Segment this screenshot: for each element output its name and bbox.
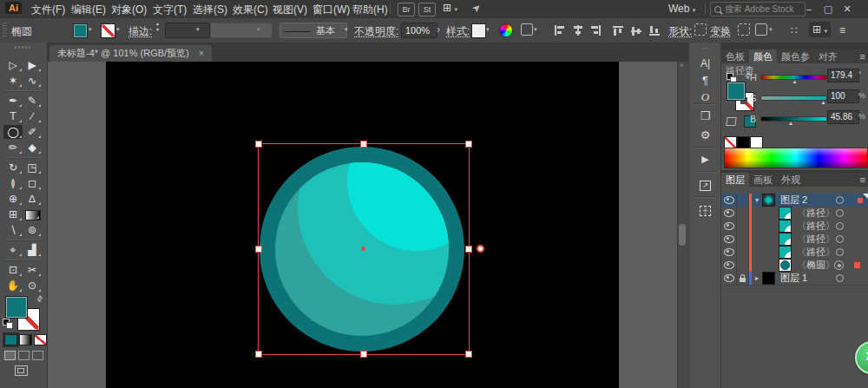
- bridge-button[interactable]: Br: [398, 3, 415, 16]
- target-icon-double[interactable]: [834, 260, 844, 270]
- magic-wand-tool[interactable]: ✶: [3, 74, 23, 88]
- ellipse-thumbnail[interactable]: [779, 259, 792, 272]
- stock-button[interactable]: St: [418, 3, 436, 16]
- isolate-selection-icon[interactable]: [755, 23, 767, 36]
- expand-icon[interactable]: ▾: [752, 196, 762, 204]
- stroke-color-swatch[interactable]: [101, 23, 115, 38]
- none-mode-button[interactable]: [34, 334, 47, 345]
- curvature-tool[interactable]: ✎: [23, 94, 42, 108]
- workspace-switcher[interactable]: Web ▾: [665, 3, 699, 15]
- eraser-tool[interactable]: ◆: [23, 141, 42, 155]
- rotate-tool[interactable]: ↻: [3, 161, 23, 174]
- lock-icon[interactable]: [740, 278, 746, 282]
- gpu-performance-icon[interactable]: ➤: [467, 0, 487, 17]
- handle-middle-left[interactable]: [255, 246, 262, 253]
- handle-top-center[interactable]: [360, 141, 367, 148]
- menu-select[interactable]: 选择(S): [189, 3, 231, 17]
- live-shape-widget[interactable]: [477, 245, 484, 253]
- draw-normal-button[interactable]: [4, 351, 16, 360]
- layer-name[interactable]: 图层 1: [780, 272, 807, 285]
- pen-tool[interactable]: ✒: [3, 94, 23, 108]
- hue-value[interactable]: 179.4: [827, 69, 859, 82]
- path-name[interactable]: 〈路径〉: [797, 220, 835, 233]
- free-transform-tool[interactable]: ◻: [23, 176, 42, 190]
- ellipse-tool[interactable]: ◯: [3, 125, 23, 139]
- layer-thumbnail[interactable]: [762, 194, 775, 207]
- fill-color-swatch[interactable]: [73, 23, 88, 38]
- layers-panel-menu-icon[interactable]: ≡: [860, 173, 865, 187]
- path-thumbnail[interactable]: [779, 207, 792, 220]
- tab-close-icon[interactable]: ×: [199, 48, 204, 58]
- shaper-tool[interactable]: ✏: [3, 141, 23, 155]
- visibility-icon[interactable]: [724, 261, 734, 269]
- saturation-slider[interactable]: ▴: [760, 95, 827, 101]
- direct-selection-tool[interactable]: ▶: [23, 58, 42, 72]
- type-tool[interactable]: T: [3, 109, 23, 123]
- character-panel-icon[interactable]: A|: [689, 55, 721, 72]
- path-thumbnail[interactable]: [779, 220, 792, 233]
- line-segment-tool[interactable]: ∕: [23, 109, 42, 123]
- saturation-value[interactable]: 100: [827, 89, 859, 103]
- menu-effect[interactable]: 效果(C): [229, 3, 272, 17]
- selection-tool[interactable]: ▷: [3, 58, 23, 72]
- out-of-web-color-cube-icon[interactable]: [726, 117, 736, 126]
- brightness-value[interactable]: 45.86: [827, 110, 859, 124]
- opacity-input[interactable]: 100%: [401, 23, 437, 38]
- gradient-mode-button[interactable]: [19, 334, 32, 345]
- tools-gripper[interactable]: [15, 46, 32, 49]
- eyedropper-tool[interactable]: ∖: [3, 223, 23, 237]
- stroke-weight-caret-icon[interactable]: ▾: [196, 26, 200, 33]
- path-thumbnail[interactable]: [779, 246, 792, 259]
- layer-row-layer1[interactable]: ▸ 图层 1: [721, 272, 868, 286]
- menu-window[interactable]: 窗口(W): [309, 3, 353, 17]
- draw-behind-button[interactable]: [18, 351, 30, 360]
- touch-workspace-icon[interactable]: ∷: [791, 24, 798, 36]
- path-name[interactable]: 〈路径〉: [797, 246, 835, 259]
- handle-bottom-left[interactable]: [255, 351, 262, 358]
- align-horizontal-center-icon[interactable]: [572, 25, 583, 36]
- align-left-icon[interactable]: [554, 25, 565, 36]
- scale-tool[interactable]: ◳: [23, 161, 42, 174]
- mesh-tool[interactable]: ⊞: [3, 207, 23, 221]
- search-input[interactable]: 搜索 Adobe Stock: [710, 2, 806, 16]
- brush-caret-icon[interactable]: ▾: [345, 26, 348, 33]
- handle-bottom-right[interactable]: [465, 351, 472, 358]
- layer-name[interactable]: 图层 2: [780, 194, 807, 207]
- bounding-box-icon[interactable]: [738, 23, 750, 36]
- path-name[interactable]: 〈路径〉: [797, 207, 835, 220]
- tab-artboards[interactable]: 画板: [749, 173, 777, 187]
- export-panel-icon[interactable]: ↗: [689, 175, 721, 193]
- color-mode-button[interactable]: [4, 334, 17, 345]
- stroke-weight-input[interactable]: [165, 23, 210, 38]
- artboard-tool[interactable]: ⊡: [3, 263, 23, 277]
- minimize-button[interactable]: –: [802, 3, 816, 14]
- layer-row-path1[interactable]: 〈路径〉: [721, 207, 868, 220]
- target-icon[interactable]: [836, 235, 844, 243]
- shape-widget-icon[interactable]: [694, 23, 707, 36]
- brightness-slider[interactable]: ▴: [760, 116, 827, 122]
- handle-bottom-center[interactable]: [360, 351, 367, 358]
- recolor-artwork-icon[interactable]: [499, 23, 513, 37]
- menu-file[interactable]: 文件(F): [28, 3, 69, 17]
- visibility-icon[interactable]: [724, 248, 734, 256]
- workspace-layout-button[interactable]: ⊞ ▾: [809, 22, 831, 37]
- gradient-tool[interactable]: [25, 210, 41, 220]
- layer-row-ellipse[interactable]: 〈椭圆〉: [721, 259, 868, 273]
- shape-builder-tool[interactable]: ⊕: [3, 192, 23, 206]
- stroke-stepper[interactable]: ▴▾: [156, 21, 159, 33]
- fill-caret-icon[interactable]: ▾: [89, 26, 92, 33]
- lasso-tool[interactable]: ∿: [23, 74, 42, 88]
- style-label[interactable]: 样式:: [446, 24, 470, 39]
- tab-color-guide[interactable]: 颜色参: [777, 49, 814, 63]
- visibility-icon[interactable]: [724, 209, 734, 217]
- tab-align[interactable]: 对齐: [814, 49, 842, 63]
- symbols-panel-icon[interactable]: ❒: [689, 108, 721, 125]
- swap-fill-stroke-icon[interactable]: ⇄: [35, 293, 45, 304]
- visibility-icon[interactable]: [724, 235, 734, 243]
- dock-gripper[interactable]: [699, 48, 711, 49]
- artboards-panel-icon[interactable]: ┼: [689, 201, 721, 218]
- layer-thumbnail[interactable]: [762, 272, 775, 285]
- expand-icon[interactable]: ▸: [752, 274, 762, 282]
- opacity-more-icon[interactable]: ›: [437, 23, 440, 36]
- color-spectrum-bar[interactable]: [724, 148, 868, 168]
